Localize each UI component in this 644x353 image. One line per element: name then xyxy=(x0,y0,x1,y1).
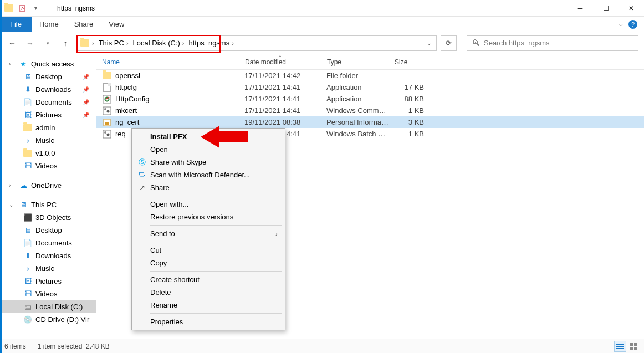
sidebar-item-videos[interactable]: 🎞Videos xyxy=(0,160,96,172)
pictures-icon: 🖼 xyxy=(23,277,32,286)
sidebar-item-pc-downloads[interactable]: ⬇Downloads xyxy=(0,249,96,262)
sidebar-item-music[interactable]: ♪Music xyxy=(0,134,96,147)
navigation-pane[interactable]: ›★Quick access 🖥Desktop📌 ⬇Downloads📌 📄Do… xyxy=(0,54,96,334)
sidebar-item-admin[interactable]: admin xyxy=(0,121,96,134)
address-bar-dropdown[interactable]: ⌄ xyxy=(421,36,436,50)
sidebar-item-pictures[interactable]: 🖼Pictures📌 xyxy=(0,109,96,121)
ctx-open[interactable]: Open xyxy=(134,143,283,156)
svg-rect-13 xyxy=(616,346,624,347)
file-name: req xyxy=(115,130,126,138)
column-headers[interactable]: Name Date modified Type Size xyxy=(96,54,644,70)
ctx-properties[interactable]: Properties xyxy=(134,315,283,328)
sidebar-item-documents[interactable]: 📄Documents📌 xyxy=(0,96,96,109)
qat-dropdown-icon[interactable]: ▾ xyxy=(30,3,41,14)
cube-icon: ⬛ xyxy=(23,213,32,222)
sidebar-onedrive[interactable]: ›☁OneDrive xyxy=(0,179,96,192)
column-name[interactable]: Name xyxy=(96,54,239,69)
svg-point-5 xyxy=(107,110,110,112)
ctx-copy[interactable]: Copy xyxy=(134,257,283,269)
maximize-button[interactable]: ☐ xyxy=(593,0,619,17)
ribbon-home-tab[interactable]: Home xyxy=(32,17,67,32)
svg-rect-17 xyxy=(630,347,633,350)
pictures-icon: 🖼 xyxy=(23,111,32,120)
documents-icon: 📄 xyxy=(23,98,32,107)
ctx-open-with[interactable]: Open with... xyxy=(134,198,283,211)
file-row[interactable]: ng_cert19/11/2021 08:38Personal Informat… xyxy=(96,116,644,128)
search-input[interactable] xyxy=(484,39,633,47)
file-type: Application xyxy=(321,83,389,91)
search-box[interactable]: 🔍︎ xyxy=(467,35,638,51)
ctx-cut[interactable]: Cut xyxy=(134,244,283,257)
ctx-restore-versions[interactable]: Restore previous versions xyxy=(134,211,283,223)
sidebar-item-downloads[interactable]: ⬇Downloads📌 xyxy=(0,83,96,96)
nav-forward-button[interactable]: → xyxy=(23,37,37,50)
file-row[interactable]: openssl17/11/2021 14:42File folder xyxy=(96,70,644,81)
column-type[interactable]: Type xyxy=(321,54,389,69)
sidebar-item-pc-videos[interactable]: 🎞Videos xyxy=(0,288,96,300)
file-type-icon xyxy=(102,106,112,116)
sidebar-item-cd-drive[interactable]: 💿CD Drive (D:) Vir xyxy=(0,313,96,326)
sidebar-item-pc-pictures[interactable]: 🖼Pictures xyxy=(0,275,96,288)
ctx-install-pfx[interactable]: Install PFX xyxy=(134,130,283,143)
ctx-delete[interactable]: Delete xyxy=(134,286,283,299)
column-size[interactable]: Size xyxy=(389,54,428,69)
sidebar-quick-access[interactable]: ›★Quick access xyxy=(0,58,96,70)
nav-back-button[interactable]: ← xyxy=(6,37,19,50)
ribbon-view-tab[interactable]: View xyxy=(101,17,132,32)
documents-icon: 📄 xyxy=(23,239,32,248)
ctx-share[interactable]: ↗Share xyxy=(134,181,283,194)
close-button[interactable]: ✕ xyxy=(619,0,644,17)
refresh-button[interactable]: ⟳ xyxy=(441,35,457,51)
breadcrumb-folder[interactable]: https_ngsms xyxy=(186,39,231,47)
qat-properties-icon[interactable] xyxy=(17,3,28,14)
sidebar-item-pc-documents[interactable]: 📄Documents xyxy=(0,237,96,249)
view-large-icons-button[interactable] xyxy=(627,341,640,352)
view-details-button[interactable] xyxy=(614,341,626,352)
file-type-icon xyxy=(102,83,112,93)
breadcrumb-local-disk[interactable]: Local Disk (C:) xyxy=(130,39,181,47)
disk-icon: 🖴 xyxy=(23,303,32,311)
ribbon-file-tab[interactable]: File xyxy=(0,17,32,32)
ctx-share-skype[interactable]: ⓈShare with Skype xyxy=(134,156,283,168)
sidebar-item-pc-desktop[interactable]: 🖥Desktop xyxy=(0,224,96,237)
status-item-count: 6 items xyxy=(4,342,26,350)
help-icon[interactable]: ? xyxy=(628,20,637,29)
ctx-defender[interactable]: 🛡Scan with Microsoft Defender... xyxy=(134,168,283,181)
file-size: 17 KB xyxy=(389,83,427,91)
star-icon: ★ xyxy=(19,60,28,69)
svg-rect-12 xyxy=(616,344,624,345)
sidebar-this-pc[interactable]: ⌄🖥This PC xyxy=(0,198,96,211)
submenu-arrow-icon: › xyxy=(275,230,278,238)
file-row[interactable]: httpcfg17/11/2021 14:41Application17 KB xyxy=(96,81,644,93)
ctx-rename[interactable]: Rename xyxy=(134,299,283,311)
address-bar[interactable]: › This PC › Local Disk (C:) › https_ngsm… xyxy=(76,35,437,51)
ctx-send-to[interactable]: Send to› xyxy=(134,227,283,240)
ribbon-share-tab[interactable]: Share xyxy=(67,17,101,32)
file-name: HttpConfig xyxy=(115,95,149,103)
nav-up-button[interactable]: ↑ xyxy=(59,37,72,50)
sidebar-item-v100[interactable]: v1.0.0 xyxy=(0,147,96,160)
desktop-icon: 🖥 xyxy=(23,226,32,235)
videos-icon: 🎞 xyxy=(23,162,32,171)
sidebar-item-local-disk-c[interactable]: 🖴Local Disk (C:) xyxy=(0,300,96,313)
svg-rect-7 xyxy=(105,122,109,125)
ribbon-tabs: File Home Share View ⌵ ? xyxy=(0,17,644,32)
nav-row: ← → ▾ ↑ › This PC › Local Disk (C:) › ht… xyxy=(0,32,644,54)
this-pc-icon: 🖥 xyxy=(19,201,28,209)
sidebar-item-desktop[interactable]: 🖥Desktop📌 xyxy=(0,70,96,83)
ctx-create-shortcut[interactable]: Create shortcut xyxy=(134,273,283,286)
minimize-button[interactable]: ─ xyxy=(568,0,593,17)
music-icon: ♪ xyxy=(23,136,32,145)
address-bar-folder-icon xyxy=(79,37,91,49)
sidebar-item-3d-objects[interactable]: ⬛3D Objects xyxy=(0,211,96,224)
file-name: openssl xyxy=(115,71,140,80)
file-row[interactable]: HttpConfig17/11/2021 14:41Application88 … xyxy=(96,93,644,105)
file-type: File folder xyxy=(321,71,389,80)
videos-icon: 🎞 xyxy=(23,290,32,299)
ribbon-collapse-icon[interactable]: ⌵ xyxy=(619,21,623,28)
breadcrumb-this-pc[interactable]: This PC xyxy=(95,39,125,47)
sidebar-item-pc-music[interactable]: ♪Music xyxy=(0,262,96,275)
search-icon: 🔍︎ xyxy=(472,38,481,48)
file-row[interactable]: mkcert17/11/2021 14:41Windows Comma...1 … xyxy=(96,105,644,116)
nav-history-dropdown[interactable]: ▾ xyxy=(41,37,54,50)
